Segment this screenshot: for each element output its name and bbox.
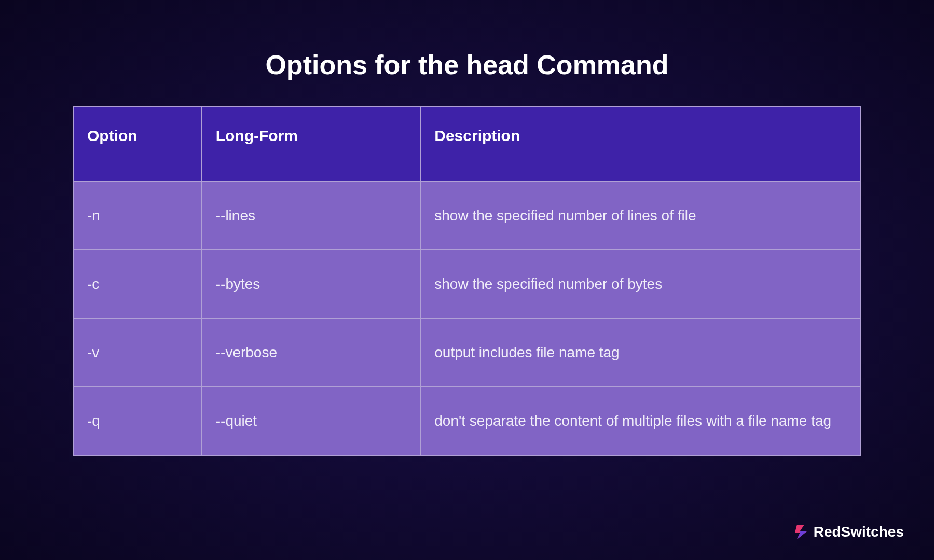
cell-longform: --bytes [202, 250, 420, 318]
page-title: Options for the head Command [265, 49, 668, 80]
cell-description: output includes file name tag [420, 318, 861, 387]
table-header-option: Option [73, 107, 202, 181]
table-row: -n --lines show the specified number of … [73, 181, 861, 250]
table-row: -c --bytes show the specified number of … [73, 250, 861, 318]
cell-longform: --lines [202, 181, 420, 250]
brand-logo: RedSwitches [794, 524, 904, 540]
cell-description: show the specified number of lines of fi… [420, 181, 861, 250]
cell-option: -v [73, 318, 202, 387]
table-header-longform: Long-Form [202, 107, 420, 181]
cell-option: -n [73, 181, 202, 250]
cell-option: -q [73, 387, 202, 455]
options-table: Option Long-Form Description -n --lines … [73, 106, 861, 456]
cell-description: show the specified number of bytes [420, 250, 861, 318]
brand-name: RedSwitches [814, 524, 904, 540]
table-row: -v --verbose output includes file name t… [73, 318, 861, 387]
table-header-description: Description [420, 107, 861, 181]
cell-option: -c [73, 250, 202, 318]
table-row: -q --quiet don't separate the content of… [73, 387, 861, 455]
cell-description: don't separate the content of multiple f… [420, 387, 861, 455]
redswitches-icon [794, 524, 808, 540]
cell-longform: --quiet [202, 387, 420, 455]
cell-longform: --verbose [202, 318, 420, 387]
table-header-row: Option Long-Form Description [73, 107, 861, 181]
